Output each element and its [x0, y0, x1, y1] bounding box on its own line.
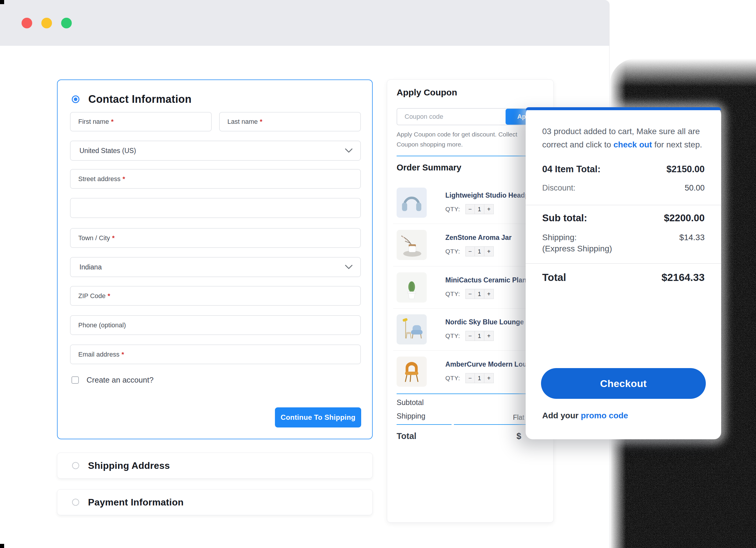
- contact-information-section: Contact Information First name* Last nam…: [57, 79, 373, 439]
- summary-shipping-label: Shipping: [397, 412, 425, 420]
- promo-code-link[interactable]: promo code: [581, 411, 628, 420]
- zip-code-field[interactable]: ZIP Code*: [70, 286, 361, 306]
- product-image-lounge-chair-set: [397, 314, 427, 345]
- create-account-checkbox[interactable]: [71, 376, 79, 384]
- order-summary-title: Order Summary: [397, 163, 461, 172]
- quantity-stepper: − 1 +: [465, 373, 494, 383]
- shipping-address-section[interactable]: Shipping Address: [57, 453, 373, 479]
- corner-artifact: [0, 544, 4, 548]
- cart-summary-card: 03 product added to cart, Make sure all …: [526, 107, 721, 439]
- browser-window: Contact Information First name* Last nam…: [0, 0, 610, 548]
- divider: [397, 156, 545, 156]
- product-name: ZenStone Aroma Jar: [445, 234, 511, 242]
- payment-section-radio[interactable]: [72, 499, 79, 506]
- email-field[interactable]: Email address*: [70, 345, 361, 364]
- subtotal-row: Sub total: $2200.00: [542, 212, 705, 223]
- divider: [397, 394, 545, 394]
- minimize-button[interactable]: [41, 18, 52, 28]
- total-row: Total $2164.33: [542, 271, 705, 283]
- qty-increase-button[interactable]: +: [484, 373, 494, 383]
- continue-to-shipping-button[interactable]: Continue To Shipping: [275, 407, 361, 428]
- contact-section-title: Contact Information: [88, 93, 192, 105]
- chevron-down-icon: [345, 265, 353, 269]
- checkout-button[interactable]: Checkout: [541, 368, 706, 399]
- qty-value: 1: [475, 289, 484, 299]
- qty-decrease-button[interactable]: −: [465, 204, 475, 214]
- qty-decrease-button[interactable]: −: [465, 373, 475, 383]
- create-account-label: Create an account?: [87, 376, 154, 385]
- item-total-row: 04 Item Total: $2150.00: [542, 164, 705, 174]
- required-mark: *: [111, 118, 114, 125]
- required-mark: *: [108, 292, 110, 300]
- close-button[interactable]: [22, 18, 32, 28]
- contact-section-radio[interactable]: [72, 95, 79, 103]
- qty-label: QTY:: [445, 375, 460, 382]
- required-mark: *: [121, 351, 124, 358]
- product-image-headphones: [397, 187, 427, 218]
- country-select[interactable]: United States (US): [70, 141, 361, 161]
- qty-label: QTY:: [445, 332, 460, 340]
- qty-increase-button[interactable]: +: [484, 204, 494, 214]
- qty-increase-button[interactable]: +: [484, 331, 494, 341]
- discount-row: Discount: 50.00: [542, 183, 705, 192]
- summary-total-value: $: [517, 431, 521, 441]
- payment-information-section[interactable]: Payment Information: [57, 489, 373, 515]
- quantity-stepper: − 1 +: [465, 246, 494, 256]
- qty-label: QTY:: [445, 291, 460, 298]
- window-titlebar: [0, 0, 609, 46]
- maximize-button[interactable]: [61, 18, 72, 28]
- product-name: MiniCactus Ceramic Planter: [445, 276, 535, 284]
- shipping-section-title: Shipping Address: [88, 460, 170, 471]
- chevron-down-icon: [345, 148, 353, 153]
- coupon-helper-text: Apply Coupon code for get discount. Coll…: [397, 129, 536, 149]
- corner-artifact: [0, 0, 4, 4]
- phone-field[interactable]: Phone (optional): [70, 315, 361, 335]
- payment-section-title: Payment Information: [88, 497, 184, 508]
- promo-code-row: Add your promo code: [542, 411, 628, 420]
- shipping-row: Shipping: $14.33: [542, 233, 705, 242]
- card-accent-bar: [526, 107, 721, 110]
- qty-decrease-button[interactable]: −: [465, 331, 475, 341]
- required-mark: *: [260, 118, 263, 125]
- product-image-amber-chair: [397, 357, 427, 387]
- summary-total-label: Total: [397, 431, 416, 441]
- qty-increase-button[interactable]: +: [484, 289, 494, 299]
- qty-label: QTY:: [445, 205, 460, 213]
- state-select[interactable]: Indiana: [70, 257, 361, 277]
- product-image-aroma-jar: [397, 230, 427, 260]
- street-address-field[interactable]: Street address*: [70, 169, 361, 189]
- qty-value: 1: [475, 204, 484, 214]
- summary-shipping-value: Flat: [513, 414, 524, 422]
- town-city-field[interactable]: Town / City*: [70, 228, 361, 248]
- street-address-2-field[interactable]: [70, 198, 361, 218]
- divider: [397, 424, 452, 425]
- last-name-field[interactable]: Last name*: [219, 112, 361, 131]
- qty-value: 1: [475, 373, 484, 383]
- required-mark: *: [123, 175, 125, 183]
- qty-label: QTY:: [445, 248, 460, 255]
- quantity-stepper: − 1 +: [465, 289, 494, 299]
- cart-message: 03 product added to cart, Make sure all …: [542, 125, 708, 151]
- required-mark: *: [112, 234, 115, 242]
- divider: [526, 205, 721, 205]
- qty-decrease-button[interactable]: −: [465, 289, 475, 299]
- qty-decrease-button[interactable]: −: [465, 246, 475, 256]
- qty-value: 1: [475, 246, 484, 256]
- shipping-section-radio[interactable]: [72, 462, 79, 469]
- quantity-stepper: − 1 +: [465, 204, 494, 214]
- apply-coupon-title: Apply Coupon: [397, 87, 457, 97]
- summary-subtotal-label: Subtotal: [397, 398, 424, 407]
- product-image-cactus: [397, 272, 427, 303]
- qty-value: 1: [475, 331, 484, 341]
- divider: [526, 263, 721, 264]
- quantity-stepper: − 1 +: [465, 331, 494, 341]
- first-name-field[interactable]: First name*: [70, 112, 212, 131]
- check-out-link[interactable]: check out: [613, 140, 652, 149]
- qty-increase-button[interactable]: +: [484, 246, 494, 256]
- shipping-method-note: (Express Shipping): [542, 244, 612, 253]
